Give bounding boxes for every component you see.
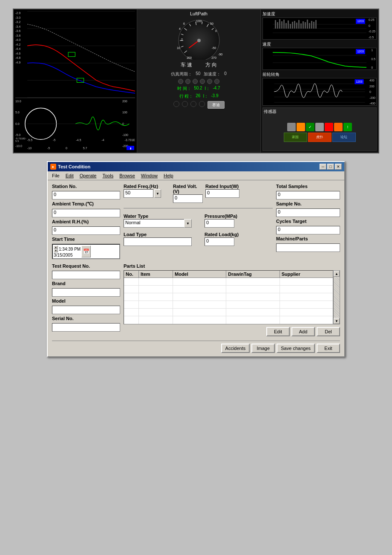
svg-rect-44: [288, 20, 289, 29]
cycles-target-value[interactable]: 0: [276, 226, 340, 234]
led-1: [178, 79, 183, 84]
svg-rect-42: [283, 20, 285, 29]
svg-text:1203: 1203: [357, 50, 364, 53]
menu-operate[interactable]: Operate: [77, 172, 99, 179]
svg-rect-43: [285, 23, 287, 29]
sim-freq-value: 50: [196, 71, 200, 77]
water-pressure-row: Water Type Normal ▼ Pressure(MPa) 0: [124, 214, 273, 228]
water-type-dropdown-btn[interactable]: ▼: [184, 219, 192, 228]
machine-parts-value[interactable]: [276, 243, 340, 252]
menu-edit[interactable]: Edit: [63, 172, 76, 179]
direction-label: 方 向: [205, 61, 217, 69]
row-label: 行 程：: [179, 93, 193, 99]
accel-label: 加速度：: [204, 71, 221, 77]
model-value[interactable]: [52, 306, 120, 314]
restore-button[interactable]: □: [327, 164, 334, 170]
pressure-value[interactable]: 0: [205, 219, 234, 228]
svg-text:-50: -50: [211, 46, 216, 49]
menu-file[interactable]: File: [49, 172, 62, 179]
image-button[interactable]: Image: [251, 344, 275, 353]
svg-rect-50: [300, 23, 302, 29]
svg-rect-57: [315, 20, 317, 29]
serial-no-value[interactable]: [52, 323, 120, 332]
svg-text:270: 270: [211, 56, 216, 59]
edit-button[interactable]: Edit: [266, 327, 290, 336]
svg-rect-56: [313, 22, 314, 29]
led-dots-row: [178, 79, 219, 84]
sensor-icon-6: [334, 123, 343, 131]
table-row: [124, 293, 333, 301]
add-button[interactable]: Add: [291, 327, 315, 336]
rated-input-label: Rated Input(W): [205, 184, 239, 189]
speed-label: 车 速: [181, 61, 192, 69]
form-bottom: Test Request No. Brand Model Serial No. …: [52, 263, 340, 336]
sample-no-value[interactable]: 0: [276, 208, 340, 217]
btm-dot-2: [182, 101, 188, 107]
load-type-field: Load Type: [124, 232, 192, 246]
scroll-up-btn[interactable]: ▲: [334, 271, 340, 277]
del-button[interactable]: Del: [317, 327, 340, 336]
pressure-field: Pressure(MPa) 0: [205, 214, 237, 228]
title-bar: ► Test Condition ─ □ ✕: [48, 162, 344, 171]
parts-table-wrapper: No. Item Model DrawinTag Supplier: [124, 270, 340, 324]
menu-window[interactable]: Window: [138, 172, 160, 179]
accidents-button[interactable]: Accidents: [221, 344, 250, 353]
svg-rect-48: [296, 23, 297, 29]
parts-action-row: Edit Add Del: [124, 327, 340, 336]
test-request-label: Test Request No.: [52, 263, 120, 269]
exit-button[interactable]: Exit: [317, 344, 340, 353]
machine-parts-label: Machine/Parts: [276, 236, 340, 241]
brand-value[interactable]: [52, 288, 120, 297]
menu-tools[interactable]: Tools: [100, 172, 116, 179]
rated-load-field: Rated Load(kg) 0: [205, 232, 239, 246]
right-panel: 加速度 0.25 0 -0.25 -0.5: [261, 9, 378, 153]
col-item: Item: [139, 271, 173, 278]
rated-load-value[interactable]: 0: [205, 237, 234, 246]
ambient-temp-value[interactable]: 0: [52, 209, 120, 217]
station-no-value[interactable]: 0: [52, 191, 120, 199]
luftpath-title: LuftPath: [190, 11, 208, 16]
table-row: [124, 286, 333, 293]
save-button[interactable]: Save changes: [277, 344, 315, 353]
close-button[interactable]: ✕: [335, 164, 342, 170]
total-samples-value[interactable]: 0: [276, 191, 340, 199]
center-column: Rated Freq.(Hz) 50 ▼ Rated Volt.(V) 0 Ra…: [124, 184, 273, 259]
start-time-label: Start Time: [52, 237, 120, 242]
i2-label: I：: [203, 93, 208, 99]
btm-dot-4: [199, 101, 205, 107]
rated-volt-value[interactable]: 0: [173, 194, 203, 203]
svg-text:100: 100: [196, 19, 202, 23]
rated-freq-dropdown[interactable]: ▼: [154, 189, 161, 198]
minimize-button[interactable]: ─: [320, 164, 326, 170]
svg-text:6: 6: [183, 22, 185, 25]
calendar-button[interactable]: 📅: [81, 246, 91, 257]
svg-rect-45: [290, 24, 291, 29]
simulation-panel: -2.9 -3.0 -3.2 -3.4 -3.6 -3.8 -4.0 -4.2 …: [13, 9, 379, 153]
water-type-value[interactable]: Normal: [124, 219, 192, 228]
right-column: Total Samples 0 Sample No. 0 Cycles Targ…: [276, 184, 340, 259]
parts-list-title: Parts List: [124, 263, 340, 269]
window-controls[interactable]: ─ □ ✕: [320, 164, 342, 170]
time-up-btn[interactable]: ▲: [54, 246, 58, 249]
led-3: [193, 79, 198, 84]
time-down-btn[interactable]: ▼: [54, 249, 58, 252]
sim-freq-label: 仿真周期：: [171, 71, 192, 77]
sensor-images: ✓ !: [287, 123, 352, 131]
col-no: No.: [124, 271, 139, 278]
menu-help[interactable]: Help: [161, 172, 176, 179]
start-time-box[interactable]: ▲ ▼ 1:34:39 PM 3/15/2005 📅: [52, 244, 120, 259]
test-request-value[interactable]: [52, 271, 120, 279]
pressure-label: Pressure(MPa): [205, 214, 237, 219]
serial-no-label: Serial No.: [52, 316, 120, 321]
parts-info-col: Test Request No. Brand Model Serial No.: [52, 263, 120, 336]
load-type-value[interactable]: [124, 237, 192, 246]
rated-freq-value[interactable]: 50: [124, 189, 153, 198]
start-time-value: 1:34:39 PM: [59, 247, 81, 251]
menu-browse[interactable]: Browse: [117, 172, 138, 179]
ambient-rh-value[interactable]: 0: [52, 226, 120, 235]
svg-rect-53: [307, 20, 308, 29]
svg-rect-6: [68, 52, 75, 57]
rated-input-value[interactable]: 0: [205, 189, 239, 198]
scroll-down-btn[interactable]: ▼: [334, 318, 340, 324]
steer-chart-title: 前轮转角: [262, 72, 377, 78]
